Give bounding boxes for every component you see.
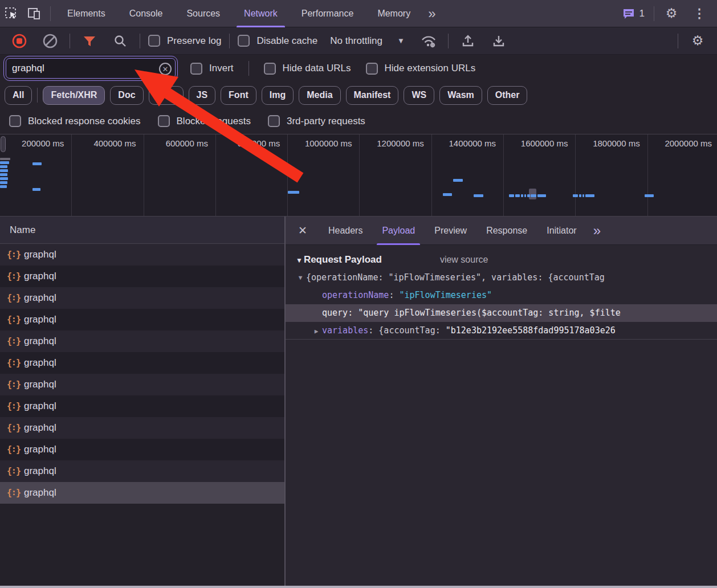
waterfall-bar[interactable]: [0, 181, 7, 184]
request-row[interactable]: {∶}graphql: [0, 352, 284, 374]
waterfall-bar[interactable]: [288, 191, 299, 194]
more-tabs-icon[interactable]: »: [422, 7, 441, 21]
invert-label: Invert: [209, 63, 234, 74]
view-source-link[interactable]: view source: [440, 255, 488, 265]
request-row[interactable]: {∶}graphql: [0, 287, 284, 309]
request-payload-section[interactable]: ▼ Request Payload view source: [286, 245, 717, 269]
waterfall-bar[interactable]: [515, 194, 520, 197]
waterfall-bar[interactable]: [0, 185, 7, 188]
waterfall-bar[interactable]: [0, 177, 8, 180]
issues-button[interactable]: 1: [618, 7, 648, 21]
chip-css[interactable]: CSS: [149, 86, 184, 105]
waterfall-bar[interactable]: [537, 194, 546, 197]
chip-manifest[interactable]: Manifest: [346, 86, 399, 105]
details-tab-payload[interactable]: Payload: [372, 217, 425, 245]
tab-performance[interactable]: Performance: [290, 0, 366, 27]
preserve-log-checkbox[interactable]: Preserve log: [148, 35, 221, 47]
throttling-select[interactable]: No throttling ▼: [325, 35, 409, 47]
tab-console[interactable]: Console: [117, 0, 175, 27]
payload-variables-row[interactable]: ▶variables: {accountTag: "b12e3b2192ee55…: [286, 322, 717, 340]
inspect-element-icon[interactable]: [0, 2, 23, 25]
request-row[interactable]: {∶}graphql: [0, 460, 284, 482]
waterfall-bar[interactable]: [524, 194, 526, 197]
chip-img[interactable]: Img: [262, 86, 294, 105]
request-row[interactable]: {∶}graphql: [0, 417, 284, 439]
chip-ws[interactable]: WS: [404, 86, 434, 105]
tab-memory[interactable]: Memory: [365, 0, 422, 27]
request-row[interactable]: {∶}graphql: [0, 244, 284, 266]
details-tab-headers[interactable]: Headers: [319, 217, 372, 245]
chip-other[interactable]: Other: [487, 86, 528, 105]
waterfall-bar[interactable]: [0, 169, 8, 172]
payload-operation-row[interactable]: operationName: "ipFlowTimeseries": [286, 287, 717, 304]
hide-data-urls-checkbox[interactable]: Hide data URLs: [264, 63, 351, 75]
waterfall-bar[interactable]: [0, 173, 7, 176]
invert-checkbox[interactable]: Invert: [190, 63, 234, 75]
request-row[interactable]: {∶}graphql: [0, 395, 284, 417]
waterfall-bar[interactable]: [521, 194, 523, 197]
chip-wasm[interactable]: Wasm: [439, 86, 482, 105]
tab-sources[interactable]: Sources: [174, 0, 232, 27]
chip-all[interactable]: All: [5, 86, 32, 105]
waterfall-bar[interactable]: [32, 162, 42, 165]
import-har-icon[interactable]: [457, 30, 479, 52]
payload-root-row[interactable]: ▼ {operationName: "ipFlowTimeseries", va…: [286, 269, 717, 287]
waterfall-bar[interactable]: [453, 179, 463, 182]
details-tab-preview[interactable]: Preview: [425, 217, 476, 245]
chip-fetch-xhr[interactable]: Fetch/XHR: [43, 86, 105, 105]
waterfall-bar[interactable]: [531, 194, 536, 197]
network-settings-gear-icon[interactable]: ⚙: [686, 30, 709, 52]
request-row[interactable]: {∶}graphql: [0, 439, 284, 460]
close-icon[interactable]: ✕: [286, 224, 319, 237]
waterfall-bar[interactable]: [582, 194, 584, 197]
waterfall-bar[interactable]: [32, 188, 40, 191]
chip-js[interactable]: JS: [189, 86, 216, 105]
filter-input[interactable]: graphql ✕: [6, 58, 176, 79]
device-toolbar-icon[interactable]: [23, 2, 46, 25]
waterfall-bar[interactable]: [474, 194, 483, 197]
filter-icon[interactable]: [78, 30, 101, 52]
waterfall-bar[interactable]: [573, 194, 578, 197]
tab-network[interactable]: Network: [232, 0, 290, 27]
search-icon[interactable]: [109, 30, 132, 52]
request-row[interactable]: {∶}graphql: [0, 482, 284, 504]
clear-network-log-icon[interactable]: [39, 30, 62, 52]
request-row[interactable]: {∶}graphql: [0, 374, 284, 395]
name-column-header[interactable]: Name: [0, 217, 284, 244]
third-party-requests-checkbox[interactable]: 3rd-party requests: [268, 115, 365, 127]
chip-font[interactable]: Font: [221, 86, 256, 105]
chip-doc[interactable]: Doc: [110, 86, 143, 105]
details-tab-response[interactable]: Response: [476, 217, 537, 245]
tab-elements[interactable]: Elements: [55, 0, 117, 27]
operation-key: operationName: [322, 290, 389, 300]
payload-pane: ▼ Request Payload view source ▼ {operati…: [286, 245, 717, 586]
waterfall-bar[interactable]: [645, 194, 654, 197]
hide-extension-urls-checkbox[interactable]: Hide extension URLs: [366, 63, 476, 75]
details-tab-initiator[interactable]: Initiator: [537, 217, 586, 245]
request-row[interactable]: {∶}graphql: [0, 330, 284, 352]
waterfall-bar[interactable]: [0, 161, 9, 164]
disable-cache-checkbox[interactable]: Disable cache: [238, 35, 317, 47]
request-row[interactable]: {∶}graphql: [0, 266, 284, 287]
filter-input-value: graphql: [12, 63, 44, 74]
chip-media[interactable]: Media: [299, 86, 340, 105]
waterfall-bar[interactable]: [527, 194, 530, 197]
waterfall-bar[interactable]: [443, 193, 452, 196]
waterfall-bar[interactable]: [509, 194, 514, 197]
payload-query-row[interactable]: query: "query ipFlowTimeseries($accountT…: [286, 304, 717, 322]
more-details-tabs-icon[interactable]: »: [586, 224, 608, 238]
blocked-response-cookies-checkbox[interactable]: Blocked response cookies: [9, 115, 141, 127]
request-row[interactable]: {∶}graphql: [0, 309, 284, 330]
request-name: graphql: [24, 249, 56, 260]
export-har-icon[interactable]: [487, 30, 510, 52]
waterfall-bar[interactable]: [579, 194, 581, 197]
settings-gear-icon[interactable]: ⚙: [660, 2, 683, 25]
clear-filter-icon[interactable]: ✕: [159, 63, 172, 75]
network-conditions-icon[interactable]: [417, 30, 440, 52]
network-overview-timeline[interactable]: 200000 ms400000 ms600000 ms800000 ms1000…: [0, 134, 717, 217]
waterfall-bar[interactable]: [585, 194, 594, 197]
record-network-log-icon[interactable]: [8, 30, 31, 52]
waterfall-bar[interactable]: [0, 165, 7, 168]
kebab-menu-icon[interactable]: ⋮: [689, 7, 710, 20]
blocked-requests-checkbox[interactable]: Blocked requests: [158, 115, 251, 127]
